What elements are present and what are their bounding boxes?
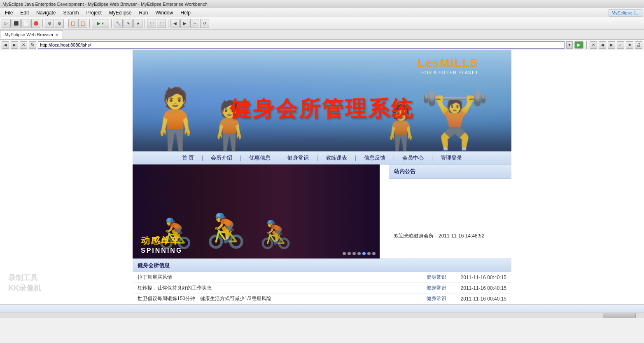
back-btn[interactable]: ◀ <box>2 41 9 49</box>
menu-help[interactable]: Help <box>177 9 194 16</box>
browser-tab[interactable]: MyEclipse Web Browser ✕ <box>0 30 63 39</box>
carousel: 🚴 🚴 🚴 动感单车 SPINNING <box>133 164 380 258</box>
stop-btn[interactable]: ✕ <box>20 41 27 49</box>
menu-project[interactable]: Project <box>83 9 105 16</box>
carousel-dot-7[interactable] <box>372 252 376 255</box>
info-category-2[interactable]: 健身常识 <box>420 284 453 291</box>
nav-sep-3: ｜ <box>276 154 282 162</box>
tab-label: MyEclipse Web Browser <box>5 32 54 37</box>
toolbar-sep-2 <box>66 19 66 28</box>
menu-bar: File Edit Navigate Search Project MyEcli… <box>0 8 644 17</box>
carousel-dots <box>343 252 376 255</box>
info-date-3: 2011-11-16 00:40:15 <box>453 296 506 302</box>
nav-bar: 首 页 ｜ 会所介绍 ｜ 优惠信息 ｜ 健身常识 ｜ 教练课表 ｜ 信息反馈 ｜… <box>133 151 511 164</box>
addr-fwd-btn[interactable]: ▶ <box>608 41 615 49</box>
scrollbar-thumb[interactable] <box>603 313 636 318</box>
nav-sep-1: ｜ <box>200 154 205 162</box>
info-category-3[interactable]: 健身常识 <box>420 295 453 302</box>
addr-print-btn[interactable]: 🖨 <box>635 41 642 49</box>
info-title-3[interactable]: 世卫倡议每周锻炼150分钟 健康生活方式可减少1/3患癌风险 <box>138 295 420 302</box>
forward-btn[interactable]: ▶ <box>11 41 18 49</box>
info-row-2: 杠铃操，让你保持良好的工作状态 健身常识 2011-11-16 00:40:15 <box>133 283 511 294</box>
info-section: 健身会所信息 拉丁舞展露风情 健身常识 2011-11-16 00:40:15 … <box>133 258 511 304</box>
refresh-btn[interactable]: ↻ <box>29 41 36 49</box>
carousel-dot-1[interactable] <box>343 252 346 255</box>
toolbar-btn-10[interactable]: ☀ <box>124 19 133 28</box>
address-dropdown[interactable]: ▼ <box>566 41 573 49</box>
nav-home[interactable]: 首 页 <box>176 154 200 162</box>
toolbar-sep-6 <box>168 19 168 28</box>
nav-offers[interactable]: 优惠信息 <box>243 154 276 162</box>
myeclipse-perspective-btn[interactable]: MyEclipse J... <box>609 9 642 16</box>
nav-sep-7: ｜ <box>429 154 435 162</box>
title-bar: MyEclipse Java Enterprise Development - … <box>0 0 644 8</box>
window-title: MyEclipse Java Enterprise Development - … <box>2 2 208 7</box>
toolbar-sep-5 <box>145 19 145 28</box>
nav-fitness[interactable]: 健身常识 <box>282 154 315 162</box>
carousel-dot-6[interactable] <box>367 252 371 255</box>
addr-fav-btn[interactable]: ★ <box>626 41 633 49</box>
toolbar-btn-16[interactable]: ↔ <box>190 19 199 28</box>
nav-sep-4: ｜ <box>315 154 320 162</box>
toolbar-btn-11[interactable]: ★ <box>133 19 142 28</box>
toolbar-sep-3 <box>89 19 90 28</box>
toolbar-btn-15[interactable]: ▶ <box>180 19 189 28</box>
nav-members[interactable]: 会员中心 <box>397 154 429 162</box>
toolbar-btn-7[interactable]: 📋 <box>68 19 77 28</box>
nav-admin[interactable]: 管理登录 <box>435 154 468 162</box>
toolbar: ▷ ⬛ 📄 🔴 ⚙ ⚙ 📋 📋 ▶ ▾ 🔧 ☀ ★ ⬚ ⬚ ◀ ▶ ↔ ↺ <box>0 17 644 30</box>
site-title: 健身会所管理系统 <box>230 95 414 124</box>
menu-navigate[interactable]: Navigate <box>33 9 59 16</box>
info-title-1[interactable]: 拉丁舞展露风情 <box>138 274 420 281</box>
stop-load-btn[interactable]: ✕ <box>590 41 597 49</box>
nav-coaches[interactable]: 教练课表 <box>320 154 353 162</box>
nav-sep-6: ｜ <box>391 154 397 162</box>
menu-search[interactable]: Search <box>60 9 82 16</box>
toolbar-btn-8[interactable]: 📋 <box>78 19 87 28</box>
lesmills-sub: FOR A FITTER PLANET <box>421 70 478 75</box>
toolbar-btn-12[interactable]: ⬚ <box>147 19 156 28</box>
menu-window[interactable]: Window <box>152 9 177 16</box>
go-btn[interactable]: ▶ <box>574 41 583 49</box>
info-row-1: 拉丁舞展露风情 健身常识 2011-11-16 00:40:15 <box>133 272 511 283</box>
carousel-dot-3[interactable] <box>352 252 356 255</box>
carousel-dot-4[interactable] <box>357 252 361 255</box>
status-bar <box>0 304 644 312</box>
toolbar-btn-2[interactable]: ⬛ <box>12 19 21 28</box>
nav-intro[interactable]: 会所介绍 <box>205 154 238 162</box>
address-input[interactable] <box>38 41 565 49</box>
toolbar-btn-13[interactable]: ⬚ <box>157 19 166 28</box>
toolbar-btn-4[interactable]: 🔴 <box>31 19 40 28</box>
carousel-dot-2[interactable] <box>348 252 351 255</box>
site-header: LesMiLLS FOR A FITTER PLANET 🧍 🧍 🏋️ 🧍 健身… <box>133 50 511 151</box>
info-category-1[interactable]: 健身常识 <box>420 274 453 281</box>
recording-tool-overlay: 录制工具 KK录像机 <box>8 273 41 294</box>
carousel-dot-5[interactable] <box>362 252 366 255</box>
tab-close-btn[interactable]: ✕ <box>55 33 58 37</box>
addr-home-btn[interactable]: ⌂ <box>617 41 624 49</box>
nav-feedback[interactable]: 信息反馈 <box>358 154 391 162</box>
menu-edit[interactable]: Edit <box>17 9 32 16</box>
info-date-2: 2011-11-16 00:40:15 <box>453 285 506 291</box>
toolbar-run-btn[interactable]: ▶ ▾ <box>92 19 109 28</box>
toolbar-sep-1 <box>42 19 43 28</box>
carousel-text-en: SPINNING <box>141 247 182 254</box>
menu-myeclipse[interactable]: MyEclipse <box>106 9 135 16</box>
main-content: 🚴 🚴 🚴 动感单车 SPINNING <box>133 164 511 258</box>
horizontal-scrollbar[interactable] <box>0 312 644 318</box>
toolbar-btn-17[interactable]: ↺ <box>200 19 209 28</box>
toolbar-btn-6[interactable]: ⚙ <box>55 19 64 28</box>
toolbar-btn-5[interactable]: ⚙ <box>45 19 54 28</box>
carousel-text-cn: 动感单车 <box>141 235 180 247</box>
toolbar-btn-3[interactable]: 📄 <box>21 19 30 28</box>
toolbar-btn-14[interactable]: ◀ <box>170 19 180 28</box>
menu-file[interactable]: File <box>2 9 16 16</box>
toolbar-btn-9[interactable]: 🔧 <box>114 19 123 28</box>
info-section-header: 健身会所信息 <box>133 259 511 272</box>
info-title-2[interactable]: 杠铃操，让你保持良好的工作状态 <box>138 284 420 291</box>
addr-back-btn[interactable]: ◀ <box>599 41 606 49</box>
menu-run[interactable]: Run <box>135 9 151 16</box>
recording-tool-label: 录制工具 <box>8 273 41 283</box>
toolbar-btn-1[interactable]: ▷ <box>2 19 11 28</box>
tab-bar: MyEclipse Web Browser ✕ <box>0 30 644 40</box>
